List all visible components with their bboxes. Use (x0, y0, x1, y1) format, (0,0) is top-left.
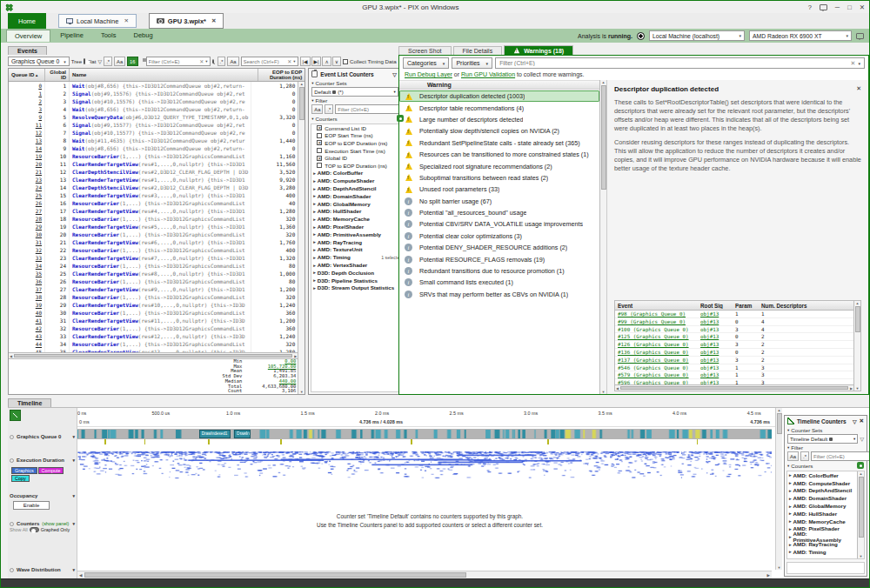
event-row[interactable]: 34 24 ResourceBarrier(1,...) {this->ID3D… (9, 262, 298, 270)
tc-filter-input[interactable] (813, 454, 870, 459)
counter-group-row[interactable]: ▸ AMD: GlobalMemory (787, 502, 857, 510)
event-row[interactable]: 29 19 ClearRenderTargetView(res#5,...,0,… (9, 223, 298, 231)
counter-checkbox-row[interactable]: Command List ID (311, 124, 404, 132)
event-row[interactable]: 21 12 ClearDepthStencilView(res#2,D3D12_… (9, 168, 298, 176)
collect-timing-checkbox[interactable] (343, 59, 348, 64)
event-row[interactable]: 43 33 ClearRenderTargetView(res#12,...,0… (9, 332, 298, 340)
gpu-dropdown[interactable]: AMD Radeon RX 6900 XT▾ (749, 30, 852, 41)
event-row[interactable]: 20 11 ClearRenderTargetView(res#1,...,0,… (9, 160, 298, 168)
expander-icon[interactable]: ▸ (313, 224, 316, 230)
warning-row[interactable]: i Suboptimal transitions between read st… (399, 172, 599, 184)
enable-occupancy-button[interactable]: Enable (13, 501, 50, 510)
event-row[interactable]: 30 20 ResourceBarrier(1,...) {this->ID3D… (9, 231, 298, 238)
counters-refresh-icon[interactable] (397, 115, 404, 122)
counter-group-row[interactable]: ▸ D3D: Pipeline Statistics (311, 277, 404, 284)
run-debug-layer-link[interactable]: Run Debug Layer (405, 71, 452, 77)
counter-checkbox-row[interactable]: EOP to EOP Duration (ns) (311, 139, 404, 147)
expander-icon[interactable]: ▸ (313, 270, 316, 275)
expander-icon[interactable]: ▸ (789, 526, 792, 531)
counter-group-row[interactable]: ▸ AMD: DomainShader (311, 192, 404, 200)
counter-group-row[interactable]: ▸ AMD: PrimitiveAssembly (787, 532, 857, 540)
warning-event-row[interactable]: #136 (Graphics Queue 0) obj#13 0 2 (615, 349, 853, 357)
warnings-vscrollbar[interactable]: ▲▼ (599, 80, 606, 394)
tab-close-icon[interactable]: ✕ (211, 17, 216, 24)
warnings-column-header[interactable]: Warning (399, 80, 599, 90)
warning-row[interactable]: i Resources can be transitioned to more … (399, 149, 599, 160)
expander-icon[interactable]: ▸ (789, 542, 792, 547)
tc-vscrollbar[interactable]: ▲▼ (857, 471, 864, 558)
events-filter-input[interactable] (149, 59, 198, 64)
counter-group-row[interactable]: ▸ AMD: PrimitiveAssembly (311, 231, 404, 238)
warnings-filter-clear-icon[interactable]: ✕ (851, 60, 856, 67)
show-panel-link[interactable]: (show panel) (42, 521, 69, 526)
expander-icon[interactable]: ▸ (313, 231, 316, 237)
counter-group-row[interactable]: ▸ AMD: Timing 1 selected (311, 253, 404, 261)
tab-local-machine[interactable]: Local Machine ✕ (58, 14, 137, 28)
warning-row[interactable]: i Potential clear color optimizations (3… (399, 231, 599, 242)
warning-event-row[interactable]: #98 (Graphics Queue 0) obj#13 1 1 (615, 311, 853, 318)
counter-checkbox-row[interactable]: Global ID (311, 154, 404, 162)
counters-refresh-icon[interactable] (857, 462, 864, 469)
event-row[interactable]: 14 9 Wait(obj#8,656) {this->ID3D12Comman… (9, 144, 298, 152)
expander-icon[interactable]: ▸ (313, 178, 316, 184)
counter-group-row[interactable]: ▸ AMD: DepthAndStencil (311, 184, 404, 192)
panel-funnel-icon[interactable]: ▽ (853, 418, 857, 424)
nav-next-button[interactable]: ▶| (311, 57, 322, 66)
graphed-only-toggle[interactable] (30, 527, 39, 532)
expander-icon[interactable]: ▸ (313, 217, 316, 222)
warning-events-vscrollbar[interactable]: ▲▼ (853, 301, 860, 391)
counter-group-row[interactable]: ▸ AMD: RayTracing (311, 238, 404, 246)
queue-filter-dropdown[interactable]: Graphics Queue 0▾ (8, 57, 70, 66)
expander-icon[interactable]: ▸ (313, 277, 316, 283)
counter-set-funnel-icon[interactable]: ▽ (860, 436, 864, 442)
col-duration[interactable]: EOP to EOPDuration (ns) (258, 69, 304, 81)
machine-dropdown[interactable]: Local Machine (localhost)▾ (649, 30, 745, 41)
tc-regex-button[interactable]: .* (800, 451, 809, 461)
counter-group-row[interactable]: ▸ AMD: ColorBuffer (787, 471, 857, 479)
event-row[interactable]: 31 21 ClearRenderTargetView(res#6,...,0,… (9, 238, 298, 246)
counter-group-row[interactable]: ▸ D3D: Stream Output Statistics (311, 284, 404, 292)
timeline-ruler-selection[interactable]: 0 ms 4.736 ms / 4.028 ms 4.736 ms (77, 419, 782, 427)
warning-event-row[interactable]: #137 (Graphics Queue 0) obj#13 3 2 (615, 357, 853, 364)
timeline-graph-button[interactable] (10, 410, 21, 421)
event-row[interactable]: 24 14 ClearDepthStencilView(res#2,D3D12_… (9, 184, 298, 191)
counter-group-row[interactable]: ▸ AMD: DepthAndStencil (787, 487, 857, 495)
warning-row[interactable]: i Redundant SetPipelineState calls - sta… (399, 137, 599, 149)
search-regex-button[interactable]: .* (218, 57, 226, 66)
event-row[interactable]: 0 1 Wait(obj#8,656) {this->ID3D12Command… (9, 82, 298, 90)
warning-event-row[interactable]: #546 (Graphics Queue 0) obj#13 1 3 (615, 364, 853, 372)
priorities-dropdown[interactable]: Priorities▾ (452, 57, 492, 69)
legend-chip[interactable]: Compute (38, 467, 64, 474)
event-list-vscrollbar[interactable]: ▲▼ (298, 82, 304, 394)
col-param[interactable]: Param (733, 303, 759, 309)
event-row[interactable]: 36 26 ResourceBarrier(1,...) {this->ID3D… (9, 277, 298, 285)
event-row[interactable]: 42 32 ResourceBarrier(1,...) {this->ID3D… (9, 324, 298, 332)
tab-events[interactable]: Events (8, 46, 47, 55)
search-icon[interactable] (212, 59, 214, 63)
feedback-icon[interactable] (820, 4, 827, 10)
feedback-panel-icon[interactable] (856, 33, 864, 39)
counter-checkbox-row[interactable]: Execution Start Time (ns) (311, 147, 404, 155)
warning-event-row[interactable]: #125 (Graphics Queue 0) obj#13 0 2 (615, 333, 853, 341)
counters-regex-button[interactable]: .* (325, 104, 333, 114)
maximize-button[interactable]: □ (847, 3, 852, 11)
expander-icon[interactable]: ▸ (313, 186, 316, 191)
warning-row[interactable]: i Potentially slow depth/stencil copies … (399, 125, 599, 137)
expander-icon[interactable]: ▸ (313, 201, 316, 206)
run-gpu-validation-link[interactable]: Run GPU Validation (461, 71, 515, 77)
warning-event-row[interactable]: #99 (Graphics Queue 0) obj#13 0 4 (615, 318, 853, 326)
warning-row[interactable]: i Descriptor duplication detected (1003) (399, 90, 599, 102)
hex-button[interactable]: 16 (127, 57, 137, 66)
tab-capture[interactable]: GPU 3.wpix* ✕ (149, 13, 224, 29)
expander-icon[interactable]: ▸ (789, 496, 792, 501)
event-row[interactable]: 1 2 Signal(obj#9,15576) {this->ID3D12Com… (9, 90, 298, 97)
ribbon-item[interactable]: Tools (93, 30, 124, 42)
expander-icon[interactable]: ▸ (789, 488, 792, 493)
event-row[interactable]: 35 25 ClearRenderTargetView(res#8,...,0,… (9, 270, 298, 277)
stop-analysis-icon[interactable] (637, 32, 645, 40)
counter-group-row[interactable]: ▸ AMD: MemoryCache (311, 215, 404, 223)
ribbon-item[interactable]: Overview (6, 30, 50, 42)
counter-group-row[interactable]: ▸ AMD: ComputeShader (787, 479, 857, 487)
inspector-tab[interactable]: Screen Shot (398, 46, 452, 55)
expander-icon[interactable]: ▸ (313, 263, 316, 268)
